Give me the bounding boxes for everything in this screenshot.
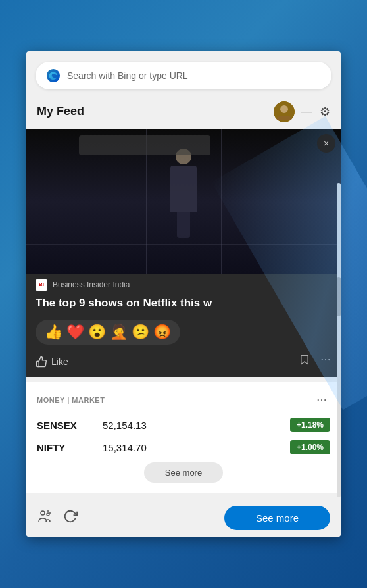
settings-icon[interactable]: ⚙ — [320, 105, 330, 119]
like-label: Like — [51, 356, 68, 367]
market-more-button[interactable] — [313, 391, 330, 408]
emoji-wow[interactable]: 😮 — [88, 324, 106, 341]
news-image: × — [26, 129, 341, 274]
refresh-icon[interactable] — [63, 509, 78, 527]
svg-point-2 — [280, 105, 288, 113]
minimize-button[interactable]: — — [301, 107, 312, 117]
svg-point-8 — [324, 399, 326, 401]
emoji-facepalm[interactable]: 🤦 — [110, 324, 128, 341]
emoji-heart[interactable]: ❤️ — [66, 324, 84, 341]
edge-logo-icon — [46, 68, 61, 83]
search-placeholder: Search with Bing or type URL — [67, 70, 188, 81]
sensex-value: 52,154.13 — [103, 420, 290, 431]
market-row-sensex: SENSEX 52,154.13 +1.18% — [37, 418, 330, 432]
scrollbar[interactable] — [337, 183, 341, 497]
nifty-value: 15,314.70 — [103, 442, 290, 453]
avatar[interactable] — [274, 101, 295, 122]
more-options-icon[interactable] — [320, 354, 331, 369]
bottom-bar: See more — [26, 499, 341, 537]
news-title[interactable]: The top 9 shows on Netflix this w — [26, 293, 341, 316]
source-bar: BI Business Insider India — [26, 274, 341, 293]
see-more-inner-button[interactable]: See more — [144, 462, 223, 483]
source-icon: BI — [36, 279, 47, 291]
like-icon — [36, 356, 47, 368]
source-name: Business Insider India — [53, 280, 130, 289]
svg-point-7 — [321, 399, 322, 401]
customize-icon[interactable] — [37, 508, 53, 527]
search-bar[interactable]: Search with Bing or type URL — [36, 62, 331, 89]
avatar-image — [274, 101, 295, 122]
emoji-sad[interactable]: 😕 — [132, 324, 149, 341]
nifty-name: NIFTY — [37, 442, 103, 453]
action-icons — [299, 354, 331, 369]
sensex-name: SENSEX — [37, 420, 103, 431]
sensex-badge: +1.18% — [290, 418, 330, 432]
scroll-thumb[interactable] — [337, 277, 341, 316]
see-more-button[interactable]: See more — [224, 506, 330, 530]
market-label: MONEY | MARKET — [37, 396, 105, 404]
market-header: MONEY | MARKET — [37, 391, 330, 408]
emoji-thumbsup[interactable]: 👍 — [45, 324, 62, 341]
emoji-angry[interactable]: 😡 — [153, 324, 171, 341]
svg-point-3 — [322, 359, 323, 360]
close-button[interactable]: × — [317, 134, 335, 153]
svg-point-5 — [328, 359, 330, 360]
news-actions: Like — [26, 349, 341, 377]
bookmark-icon[interactable] — [299, 354, 310, 369]
feed-title: My Feed — [37, 105, 274, 118]
svg-point-9 — [41, 511, 45, 515]
market-row-nifty: NIFTY 15,314.70 +1.00% — [37, 440, 330, 454]
like-button[interactable]: Like — [36, 356, 68, 368]
browser-panel: Search with Bing or type URL My Feed — ⚙ — [26, 51, 341, 537]
emoji-pill: 👍 ❤️ 😮 🤦 😕 😡 — [36, 320, 180, 345]
svg-point-10 — [47, 513, 49, 516]
bottom-icons — [37, 508, 78, 527]
svg-point-0 — [47, 69, 60, 82]
see-more-inner: See more — [37, 462, 330, 483]
svg-point-6 — [318, 399, 319, 401]
nifty-badge: +1.00% — [290, 440, 330, 454]
feed-header: My Feed — ⚙ — [26, 97, 341, 129]
svg-point-4 — [325, 359, 326, 360]
market-card: MONEY | MARKET SENSEX 52,154.13 +1.18% N… — [26, 382, 341, 493]
news-card: × BI Business Insider India The top 9 sh… — [26, 129, 341, 377]
emoji-bar: 👍 ❤️ 😮 🤦 😕 😡 — [26, 316, 341, 349]
